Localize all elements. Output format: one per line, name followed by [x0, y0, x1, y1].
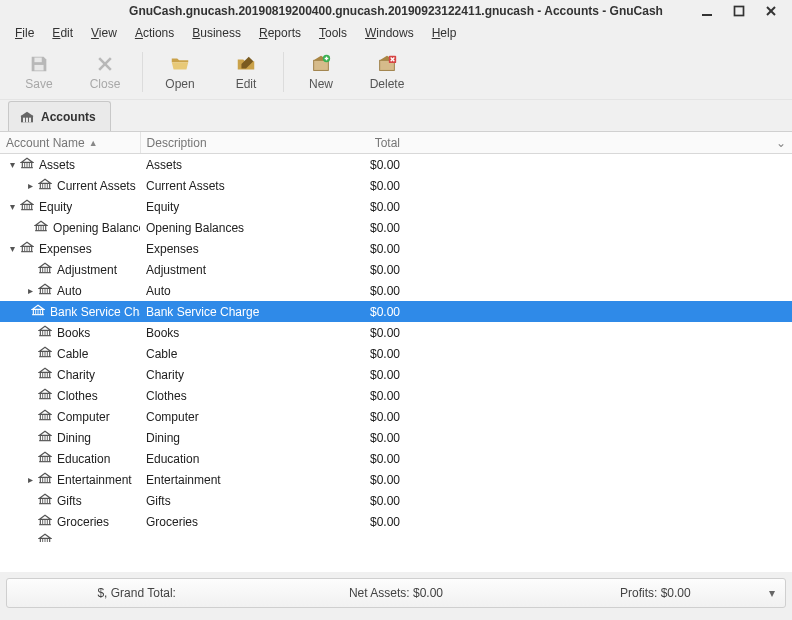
- menu-help[interactable]: Help: [423, 23, 466, 43]
- expander-collapsed-icon[interactable]: ▸: [24, 180, 36, 191]
- menubar: FileEditViewActionsBusinessReportsToolsW…: [0, 22, 792, 44]
- account-name-cell: Books: [0, 324, 140, 341]
- account-total: $0.00: [340, 326, 400, 340]
- column-header: Account Name ▲ Description Total ⌄: [0, 132, 792, 154]
- account-icon: [38, 387, 52, 404]
- accounts-tab-icon: [19, 109, 35, 125]
- save-button[interactable]: Save: [6, 47, 72, 97]
- edit-label: Edit: [236, 77, 257, 91]
- table-row[interactable]: EducationEducation$0.00: [0, 448, 792, 469]
- menu-tools[interactable]: Tools: [310, 23, 356, 43]
- menu-actions[interactable]: Actions: [126, 23, 183, 43]
- table-row[interactable]: Opening BalancesOpening Balances$0.00: [0, 217, 792, 238]
- account-desc: Education: [140, 452, 340, 466]
- expander-collapsed-icon[interactable]: ▸: [24, 474, 36, 485]
- account-name-cell: ▾Expenses: [0, 240, 140, 257]
- accounts-tree[interactable]: ▾AssetsAssets$0.00▸Current AssetsCurrent…: [0, 154, 792, 572]
- account-name-cell: Cable: [0, 345, 140, 362]
- account-name: Clothes: [57, 389, 98, 403]
- menu-edit[interactable]: Edit: [43, 23, 82, 43]
- column-desc-header[interactable]: Description: [141, 136, 340, 150]
- new-icon: [310, 53, 332, 75]
- close-tab-button[interactable]: Close: [72, 47, 138, 97]
- account-name: Expenses: [39, 242, 92, 256]
- expander-expanded-icon[interactable]: ▾: [6, 243, 18, 254]
- account-icon: [38, 471, 52, 488]
- account-total: $0.00: [340, 389, 400, 403]
- account-name-cell: Clothes: [0, 387, 140, 404]
- menu-view[interactable]: View: [82, 23, 126, 43]
- open-folder-icon: [169, 53, 191, 75]
- account-name-cell: Adjustment: [0, 261, 140, 278]
- column-name-header[interactable]: Account Name ▲: [0, 136, 140, 150]
- column-name-label: Account Name: [6, 136, 85, 150]
- menu-business[interactable]: Business: [183, 23, 250, 43]
- expander-expanded-icon[interactable]: ▾: [6, 201, 18, 212]
- menu-windows[interactable]: Windows: [356, 23, 423, 43]
- svg-marker-114: [39, 431, 51, 435]
- svg-rect-21: [26, 117, 28, 122]
- menu-reports[interactable]: Reports: [250, 23, 310, 43]
- expander-expanded-icon[interactable]: ▾: [6, 159, 18, 170]
- account-icon: [38, 366, 52, 383]
- account-icon: [34, 219, 48, 236]
- svg-rect-5: [34, 64, 43, 70]
- close-button[interactable]: [762, 2, 780, 20]
- menu-file[interactable]: File: [6, 23, 43, 43]
- table-row[interactable]: BooksBooks$0.00: [0, 322, 792, 343]
- account-icon: [20, 156, 34, 173]
- toolbar-separator: [142, 52, 143, 92]
- account-desc: Bank Service Charge: [140, 305, 340, 319]
- table-row[interactable]: ▸Current AssetsCurrent Assets$0.00: [0, 175, 792, 196]
- table-row[interactable]: Bank Service ChargeBank Service Charge$0…: [0, 301, 792, 322]
- column-menu-button[interactable]: ⌄: [776, 136, 786, 150]
- close-label: Close: [90, 77, 121, 91]
- edit-button[interactable]: Edit: [213, 47, 279, 97]
- account-name-cell: Computer: [0, 408, 140, 425]
- table-row[interactable]: ▸EntertainmentEntertainment$0.00: [0, 469, 792, 490]
- account-name: Assets: [39, 158, 75, 172]
- table-row[interactable]: GiftsGifts$0.00: [0, 490, 792, 511]
- table-row[interactable]: ClothesClothes$0.00: [0, 385, 792, 406]
- minimize-button[interactable]: [698, 2, 716, 20]
- account-desc: Groceries: [140, 515, 340, 529]
- svg-marker-93: [39, 368, 51, 372]
- table-row[interactable]: CharityCharity$0.00: [0, 364, 792, 385]
- account-desc: Computer: [140, 410, 340, 424]
- maximize-button[interactable]: [730, 2, 748, 20]
- svg-marker-23: [21, 158, 33, 162]
- tab-label: Accounts: [41, 110, 96, 124]
- status-dropdown-icon[interactable]: ▾: [769, 586, 775, 600]
- svg-marker-79: [39, 326, 51, 330]
- table-row[interactable]: AdjustmentAdjustment$0.00: [0, 259, 792, 280]
- column-total-header[interactable]: Total: [340, 136, 400, 150]
- svg-marker-58: [39, 263, 51, 267]
- table-row[interactable]: ComputerComputer$0.00: [0, 406, 792, 427]
- table-row[interactable]: ▾EquityEquity$0.00: [0, 196, 792, 217]
- account-name-cell: Education: [0, 450, 140, 467]
- open-label: Open: [165, 77, 194, 91]
- svg-rect-1: [735, 7, 744, 16]
- table-row[interactable]: ▾AssetsAssets$0.00: [0, 154, 792, 175]
- account-desc: Adjustment: [140, 263, 340, 277]
- new-button[interactable]: New: [288, 47, 354, 97]
- expander-collapsed-icon[interactable]: ▸: [24, 285, 36, 296]
- svg-marker-128: [39, 473, 51, 477]
- account-icon: [38, 345, 52, 362]
- table-row[interactable]: ▸AutoAuto$0.00: [0, 280, 792, 301]
- statusbar[interactable]: $, Grand Total: Net Assets: $0.00 Profit…: [6, 578, 786, 608]
- account-total: $0.00: [340, 305, 400, 319]
- table-row[interactable]: DiningDining$0.00: [0, 427, 792, 448]
- table-row[interactable]: GroceriesGroceries$0.00: [0, 511, 792, 532]
- table-row[interactable]: CableCable$0.00: [0, 343, 792, 364]
- table-row[interactable]: ▾ExpensesExpenses$0.00: [0, 238, 792, 259]
- window-controls: [690, 0, 788, 22]
- account-name: Education: [57, 452, 110, 466]
- open-button[interactable]: Open: [147, 47, 213, 97]
- svg-rect-4: [34, 57, 41, 62]
- account-name: Opening Balances: [53, 221, 140, 235]
- account-total: $0.00: [340, 368, 400, 382]
- tab-accounts[interactable]: Accounts: [8, 101, 111, 131]
- delete-label: Delete: [370, 77, 405, 91]
- delete-button[interactable]: Delete: [354, 47, 420, 97]
